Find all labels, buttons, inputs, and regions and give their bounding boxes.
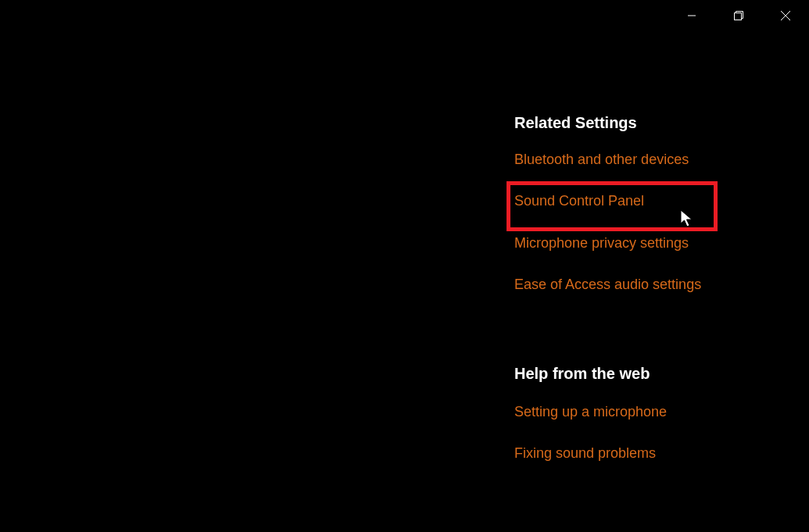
title-bar	[668, 0, 809, 31]
maximize-icon	[733, 10, 744, 21]
maximize-button[interactable]	[715, 0, 762, 31]
help-web-heading: Help from the web	[514, 365, 796, 383]
link-microphone-privacy[interactable]: Microphone privacy settings	[514, 234, 796, 252]
close-button[interactable]	[762, 0, 809, 31]
link-ease-of-access-audio[interactable]: Ease of Access audio settings	[514, 276, 796, 294]
minimize-button[interactable]	[668, 0, 715, 31]
link-bluetooth-devices[interactable]: Bluetooth and other devices	[514, 151, 796, 169]
link-sound-control-panel[interactable]: Sound Control Panel	[514, 192, 796, 210]
minimize-icon	[687, 11, 696, 20]
settings-side-panel: Related Settings Bluetooth and other dev…	[514, 114, 796, 462]
svg-rect-1	[735, 13, 742, 20]
related-settings-heading: Related Settings	[514, 114, 796, 132]
link-setup-microphone[interactable]: Setting up a microphone	[514, 403, 796, 421]
link-fixing-sound[interactable]: Fixing sound problems	[514, 445, 796, 462]
close-icon	[780, 10, 791, 21]
